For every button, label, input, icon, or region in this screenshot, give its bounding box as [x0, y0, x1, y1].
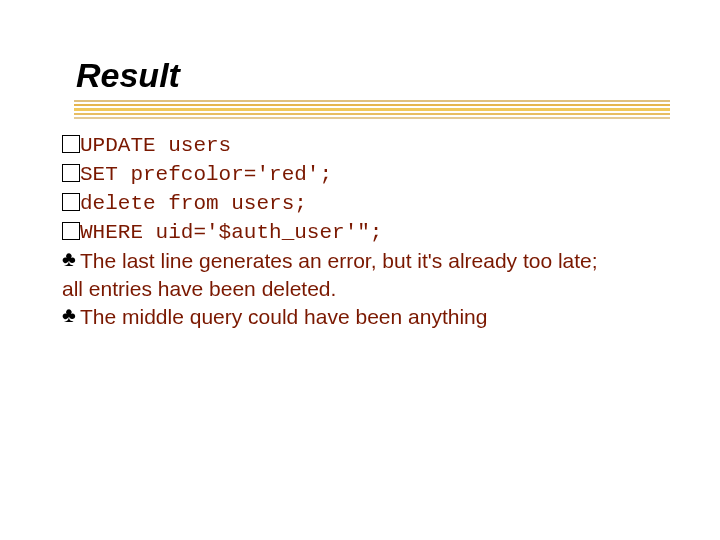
underline-stroke: [74, 117, 670, 119]
square-bullet-icon: [62, 193, 80, 211]
note-line: ♣ The last line generates an error, but …: [62, 248, 662, 274]
club-bullet-icon: ♣: [62, 248, 80, 270]
title-area: Result: [76, 56, 180, 95]
note-text: The middle query could have been anythin…: [80, 304, 487, 330]
note-line-continuation: all entries have been deleted.: [62, 276, 662, 302]
page-title: Result: [76, 56, 180, 94]
slide: Result UPDATE users SET prefcolor='red';…: [0, 0, 720, 540]
code-line: SET prefcolor='red';: [62, 161, 662, 188]
note-text: all entries have been deleted.: [62, 276, 336, 302]
code-line: delete from users;: [62, 190, 662, 217]
club-bullet-icon: ♣: [62, 304, 80, 326]
title-underline: [74, 100, 670, 121]
code-text: delete from users;: [80, 190, 307, 217]
underline-stroke: [74, 108, 670, 111]
code-line: WHERE uid='$auth_user'";: [62, 219, 662, 246]
underline-stroke: [74, 113, 670, 115]
square-bullet-icon: [62, 164, 80, 182]
note-text: The last line generates an error, but it…: [80, 248, 598, 274]
body-area: UPDATE users SET prefcolor='red'; delete…: [62, 132, 662, 332]
underline-stroke: [74, 104, 670, 106]
code-text: UPDATE users: [80, 132, 231, 159]
code-text: SET prefcolor='red';: [80, 161, 332, 188]
square-bullet-icon: [62, 222, 80, 240]
square-bullet-icon: [62, 135, 80, 153]
note-line: ♣ The middle query could have been anyth…: [62, 304, 662, 330]
code-line: UPDATE users: [62, 132, 662, 159]
underline-stroke: [74, 100, 670, 102]
code-text: WHERE uid='$auth_user'";: [80, 219, 382, 246]
